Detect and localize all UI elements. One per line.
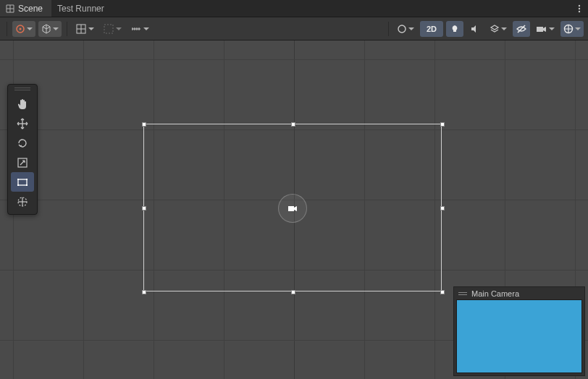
svg-point-8 xyxy=(579,10,580,12)
grid-snap-icon xyxy=(75,23,87,35)
scene-viewport[interactable]: Main Camera xyxy=(0,41,588,379)
camera-gizmo-icon xyxy=(287,203,298,213)
lighting-toggle[interactable] xyxy=(446,21,463,37)
pivot-rotation-dropdown[interactable] xyxy=(38,21,62,37)
scale-tool[interactable] xyxy=(11,153,34,172)
gizmo-icon xyxy=(563,24,574,34)
svg-rect-30 xyxy=(26,179,28,180)
lightbulb-icon xyxy=(450,24,460,34)
grid-snap-dropdown[interactable] xyxy=(72,21,97,37)
gizmos-dropdown[interactable] xyxy=(560,21,584,37)
target-icon xyxy=(15,24,25,34)
chevron-down-icon xyxy=(575,27,581,30)
selection-handle[interactable] xyxy=(291,122,295,127)
drag-handle-icon xyxy=(458,292,467,295)
camera-preview-panel[interactable]: Main Camera xyxy=(453,286,585,376)
selection-handle[interactable] xyxy=(142,122,146,127)
chevron-down-icon xyxy=(549,27,555,30)
svg-rect-32 xyxy=(26,184,28,186)
svg-rect-31 xyxy=(17,184,19,186)
palette-drag-handle[interactable] xyxy=(8,86,37,92)
move-tool[interactable] xyxy=(11,114,34,133)
sphere-icon xyxy=(397,24,407,34)
cube-icon xyxy=(41,24,51,34)
ruler-icon xyxy=(130,23,142,35)
tab-test-runner[interactable]: Test Runner xyxy=(51,0,113,17)
selection-handle[interactable] xyxy=(142,206,146,210)
camera-preview-title: Main Camera xyxy=(471,289,519,298)
svg-point-20 xyxy=(398,25,406,33)
chevron-down-icon xyxy=(501,27,507,30)
audio-toggle[interactable] xyxy=(466,21,484,37)
svg-point-6 xyxy=(579,4,580,6)
selection-handle[interactable] xyxy=(291,290,295,294)
svg-point-7 xyxy=(579,7,580,9)
tab-menu-button[interactable] xyxy=(571,0,588,17)
chevron-down-icon xyxy=(27,27,33,30)
svg-rect-14 xyxy=(104,25,113,33)
tab-bar: Scene Test Runner xyxy=(0,0,588,17)
chevron-down-icon xyxy=(143,27,149,30)
svg-rect-24 xyxy=(288,206,294,211)
rect-tool[interactable] xyxy=(11,172,34,192)
transform-tool[interactable] xyxy=(11,192,34,211)
grid-icon xyxy=(6,4,14,13)
chevron-down-icon xyxy=(408,27,414,30)
hand-tool[interactable] xyxy=(11,94,34,114)
scene-toolbar: 2D xyxy=(0,17,588,41)
svg-rect-28 xyxy=(18,179,27,185)
camera-gizmo[interactable] xyxy=(278,194,307,223)
effects-dropdown[interactable] xyxy=(487,21,510,37)
toggle-2d-button[interactable]: 2D xyxy=(420,21,443,37)
chevron-down-icon xyxy=(53,27,59,30)
snap-icon xyxy=(103,23,114,35)
tab-label: Test Runner xyxy=(57,4,104,14)
snap-increment-dropdown[interactable] xyxy=(100,21,125,37)
camera-preview-header[interactable]: Main Camera xyxy=(454,287,584,299)
hidden-objects-toggle[interactable] xyxy=(513,21,530,37)
toggle-2d-label: 2D xyxy=(427,25,437,33)
svg-rect-22 xyxy=(537,27,543,32)
selection-handle[interactable] xyxy=(440,122,445,127)
selection-handle[interactable] xyxy=(440,206,445,210)
chevron-down-icon xyxy=(116,27,122,30)
selection-handle[interactable] xyxy=(142,290,146,294)
tab-scene[interactable]: Scene xyxy=(0,0,51,17)
camera-icon xyxy=(536,24,547,34)
svg-point-10 xyxy=(20,27,22,30)
selection-handle[interactable] xyxy=(440,290,445,294)
tab-label: Scene xyxy=(18,4,43,14)
rotate-tool[interactable] xyxy=(11,133,34,153)
camera-preview-content xyxy=(456,299,582,373)
shading-mode-dropdown[interactable] xyxy=(394,21,417,37)
eye-off-icon xyxy=(516,24,527,34)
svg-rect-29 xyxy=(17,179,19,180)
speaker-icon xyxy=(470,24,480,34)
tool-palette xyxy=(7,84,38,215)
camera-dropdown[interactable] xyxy=(533,21,558,37)
pivot-mode-dropdown[interactable] xyxy=(12,21,35,37)
chevron-down-icon xyxy=(88,27,94,30)
ruler-dropdown[interactable] xyxy=(127,21,152,37)
layers-icon xyxy=(490,24,500,34)
